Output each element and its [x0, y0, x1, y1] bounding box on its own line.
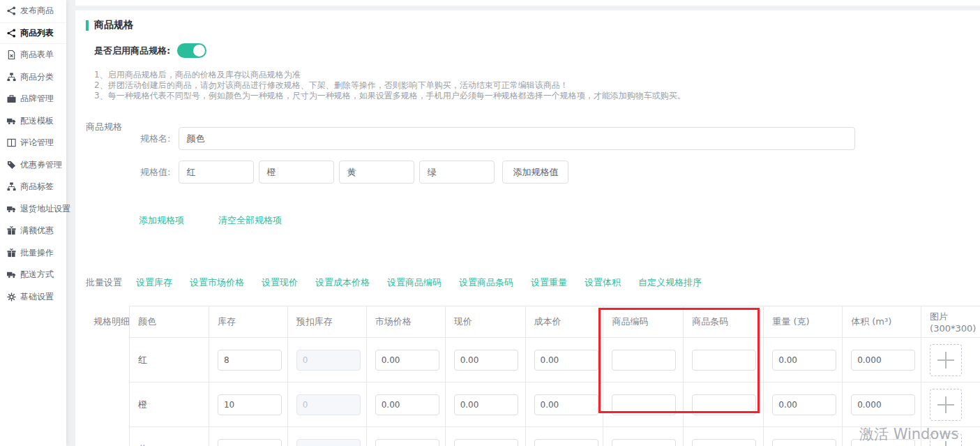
batch-set-volume-link[interactable]: 设置体积: [585, 276, 621, 289]
sidebar-item-return-address-settings[interactable]: 退货地址设置: [0, 198, 66, 221]
table-row: 红: [130, 338, 980, 382]
add-spec-item-link[interactable]: 添加规格项: [139, 214, 184, 227]
sidebar-item-label: 配送模板: [20, 115, 54, 127]
sidebar-item-label: 批量操作: [20, 247, 54, 259]
toggle-knob: [193, 45, 205, 57]
price-input[interactable]: [454, 439, 518, 446]
image-upload-button[interactable]: [930, 389, 962, 421]
sidebar-item-product-list[interactable]: 商品列表: [0, 22, 66, 45]
barcode-input[interactable]: [692, 439, 756, 446]
sidebar-item-review-management[interactable]: 评论管理: [0, 132, 66, 154]
section-header: 商品规格: [86, 19, 133, 31]
spec-value-input-4[interactable]: [419, 161, 495, 184]
spec-values-row: 规格值: 添加规格值: [140, 161, 568, 184]
market-price-input[interactable]: [375, 439, 439, 446]
plus-icon: [937, 352, 954, 369]
gift-icon: [7, 226, 16, 235]
barcode-input[interactable]: [692, 350, 756, 371]
col-header-stock: 库存: [209, 306, 288, 338]
barcode-input[interactable]: [692, 394, 756, 415]
spec-value-input-2[interactable]: [259, 161, 334, 184]
enable-spec-toggle[interactable]: [177, 43, 206, 58]
col-header-volume: 体积 (m³): [843, 306, 921, 338]
spec-name-input[interactable]: [179, 127, 855, 150]
sidebar-item-product-form[interactable]: 商品表单: [0, 44, 66, 66]
product-code-input[interactable]: [612, 394, 676, 415]
batch-set-stock-link[interactable]: 设置库存: [136, 276, 172, 289]
sidebar-item-label: 商品分类: [20, 71, 54, 83]
plus-icon: [937, 441, 954, 446]
spec-value-input-1[interactable]: [179, 161, 254, 184]
price-input[interactable]: [454, 350, 518, 371]
spec-detail-table: 颜色 库存 预扣库存 市场价格 现价 成本价 商品编码 商品条码 重量 (克) …: [129, 306, 980, 446]
weight-input[interactable]: [772, 439, 836, 446]
spec-values-label: 规格值:: [140, 166, 170, 179]
sidebar-item-product-category[interactable]: 商品分类: [0, 66, 66, 89]
stock-input[interactable]: [218, 350, 282, 371]
sidebar-item-label: 发布商品: [20, 5, 54, 17]
sidebar-item-full-amount-discount[interactable]: 满额优惠: [0, 220, 66, 242]
volume-input[interactable]: [851, 350, 915, 371]
sidebar-item-label: 商品表单: [20, 49, 54, 61]
spec-value-input-3[interactable]: [339, 161, 414, 184]
add-spec-value-button[interactable]: 添加规格值: [502, 161, 568, 184]
sidebar-item-batch-operations[interactable]: 批量操作: [0, 242, 66, 265]
col-header-price: 现价: [446, 306, 526, 338]
truck-icon: [7, 270, 16, 279]
volume-input[interactable]: [851, 394, 915, 415]
col-header-barcode: 商品条码: [684, 306, 764, 338]
enable-spec-label: 是否启用商品规格:: [94, 45, 170, 57]
market-price-input[interactable]: [375, 394, 439, 415]
spec-cell: 红: [130, 338, 209, 382]
sidebar-item-shipping-template[interactable]: 配送模板: [0, 110, 66, 133]
cost-price-input[interactable]: [534, 394, 598, 415]
truck-icon: [7, 205, 16, 214]
gear-icon: [7, 292, 16, 302]
sidebar-item-brand-management[interactable]: 品牌管理: [0, 88, 66, 110]
sidebar-item-label: 满额优惠: [20, 225, 54, 237]
plus-icon: [937, 396, 954, 413]
spec-links-row: 添加规格项 清空全部规格项: [139, 214, 316, 227]
stock-input[interactable]: [218, 439, 282, 446]
clear-all-spec-items-link[interactable]: 清空全部规格项: [218, 214, 282, 227]
price-input[interactable]: [454, 394, 518, 415]
sidebar-item-publish-product[interactable]: 发布商品: [0, 0, 66, 22]
col-header-spec: 颜色: [130, 306, 209, 338]
sidebar-item-product-tags[interactable]: 商品标签: [0, 176, 66, 198]
col-header-cost: 成本价: [526, 306, 604, 338]
product-code-input[interactable]: [612, 439, 676, 446]
image-upload-button[interactable]: [930, 433, 962, 446]
spec-name-row: 规格名:: [140, 127, 855, 150]
col-header-product-code: 商品编码: [603, 306, 684, 338]
gift-icon: [7, 248, 16, 258]
top-strip: [75, 0, 980, 6]
volume-input[interactable]: [851, 439, 915, 446]
sidebar-item-coupon-management[interactable]: 优惠券管理: [0, 154, 66, 177]
reserved-stock-input: [296, 439, 361, 446]
batch-links-row: 设置库存 设置市场价格 设置现价 设置成本价格 设置商品编码 设置商品条码 设置…: [136, 276, 719, 289]
spec-group-label: 商品规格: [86, 121, 122, 133]
table-header-row: 颜色 库存 预扣库存 市场价格 现价 成本价 商品编码 商品条码 重量 (克) …: [130, 306, 980, 338]
sidebar-item-label: 基础设置: [20, 291, 54, 303]
product-code-input[interactable]: [612, 350, 676, 371]
stock-input[interactable]: [218, 394, 282, 415]
sidebar-item-basic-settings[interactable]: 基础设置: [0, 286, 66, 309]
cost-price-input[interactable]: [534, 350, 598, 371]
spec-cell: 橙: [130, 382, 209, 427]
batch-set-weight-link[interactable]: 设置重量: [531, 276, 567, 289]
sidebar-item-label: 退货地址设置: [20, 203, 70, 215]
image-upload-button[interactable]: [930, 344, 962, 376]
batch-set-price-link[interactable]: 设置现价: [262, 276, 298, 289]
weight-input[interactable]: [772, 394, 836, 415]
batch-set-barcode-link[interactable]: 设置商品条码: [459, 276, 513, 289]
custom-spec-sort-link[interactable]: 自定义规格排序: [638, 276, 702, 289]
batch-set-market-price-link[interactable]: 设置市场价格: [190, 276, 244, 289]
market-price-input[interactable]: [375, 350, 439, 371]
sidebar-item-shipping-method[interactable]: 配送方式: [0, 264, 66, 286]
cost-price-input[interactable]: [534, 439, 598, 446]
batch-set-product-code-link[interactable]: 设置商品编码: [387, 276, 442, 289]
sidebar-item-label: 配送方式: [20, 269, 54, 281]
batch-set-cost-price-link[interactable]: 设置成本价格: [315, 276, 370, 289]
table-row: 橙: [130, 382, 980, 427]
weight-input[interactable]: [772, 350, 836, 371]
